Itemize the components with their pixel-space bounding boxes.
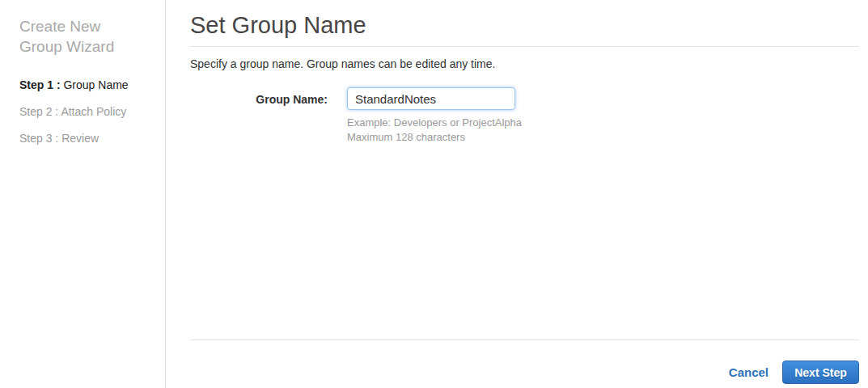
footer-divider	[190, 340, 859, 340]
group-name-hint-example: Example: Developers or ProjectAlpha	[347, 116, 522, 130]
wizard-footer: Cancel Next Step	[190, 340, 859, 388]
wizard-title: Create New Group Wizard	[19, 16, 145, 57]
step-prefix: Step 3 :	[19, 132, 58, 145]
step-label: Attach Policy	[61, 105, 126, 118]
page-title: Set Group Name	[190, 11, 859, 39]
sidebar-step-attach-policy[interactable]: Step 2 : Attach Policy	[19, 106, 154, 117]
group-name-field-column: Example: Developers or ProjectAlpha Maxi…	[347, 87, 522, 145]
step-prefix: Step 2 :	[19, 105, 58, 118]
step-prefix: Step 1 :	[19, 78, 61, 91]
step-label: Review	[61, 132, 99, 145]
group-name-form-row: Group Name: Example: Developers or Proje…	[190, 87, 859, 145]
page-description: Specify a group name. Group names can be…	[190, 57, 859, 70]
sidebar-step-review[interactable]: Step 3 : Review	[19, 133, 154, 144]
cancel-button[interactable]: Cancel	[729, 365, 768, 379]
wizard-main-panel: Set Group Name Specify a group name. Gro…	[166, 0, 868, 388]
next-step-button[interactable]: Next Step	[782, 361, 859, 384]
footer-actions: Cancel Next Step	[190, 361, 859, 388]
group-name-hint-max: Maximum 128 characters	[347, 130, 522, 145]
group-name-label: Group Name:	[190, 87, 328, 106]
group-name-input[interactable]	[347, 87, 515, 110]
step-label: Group Name	[63, 78, 128, 91]
wizard-sidebar: Create New Group Wizard Step 1 : Group N…	[0, 0, 166, 388]
create-group-wizard-window: Create New Group Wizard Step 1 : Group N…	[0, 0, 868, 388]
sidebar-step-group-name[interactable]: Step 1 : Group Name	[19, 79, 154, 91]
title-divider	[190, 46, 859, 47]
